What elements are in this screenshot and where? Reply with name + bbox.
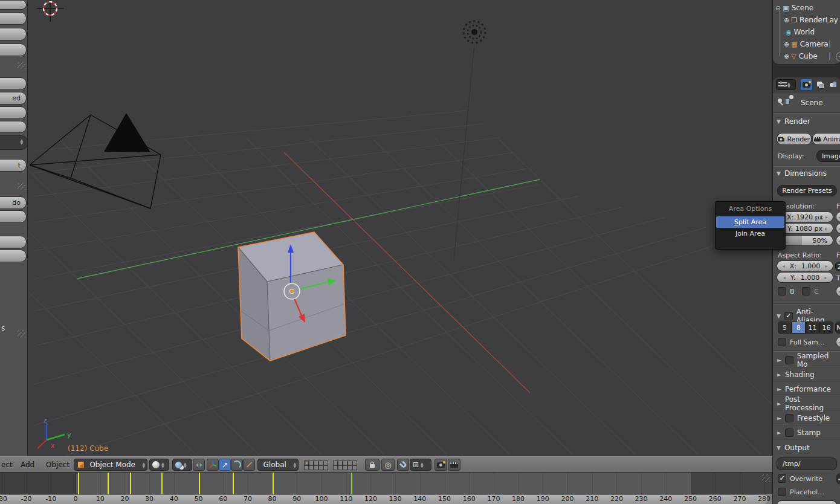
shelf-button-partial[interactable] <box>0 44 27 56</box>
manipulator-toggle-button[interactable]: ↔ <box>193 459 205 471</box>
rotate-manipulator-button[interactable] <box>231 459 243 471</box>
axis-tripod-button[interactable] <box>207 459 219 471</box>
shelf-button-partial[interactable] <box>0 77 27 90</box>
panel-header-shading[interactable]: ►Shading <box>773 367 840 382</box>
opengl-animation-button[interactable] <box>448 459 460 471</box>
layer-cell[interactable] <box>304 460 309 465</box>
panel-resize-grip[interactable] <box>18 330 25 337</box>
snap-element-dropdown[interactable]: ⊞ ▲▼ <box>410 459 431 471</box>
layer-cell[interactable] <box>318 460 323 465</box>
display-dropdown[interactable]: Image <box>816 150 840 162</box>
anti-aliasing-checkbox[interactable]: ✓ <box>784 312 793 320</box>
outliner-item-label[interactable]: World <box>794 28 815 36</box>
shelf-button-partial[interactable] <box>0 121 27 133</box>
render-presets-dropdown[interactable]: Render Presets <box>777 185 837 196</box>
area-corner-grip[interactable] <box>762 474 770 482</box>
panel-header-render[interactable]: ▼ Render <box>777 117 810 126</box>
outliner-item-label[interactable]: Scene <box>792 4 814 12</box>
menu-select-partial[interactable]: ect <box>1 460 13 469</box>
outliner-item[interactable]: ⊕▦Camera| <box>784 38 829 50</box>
output-format-partial[interactable]: ✓ <box>836 473 840 484</box>
aspect-y-field[interactable]: ◂Y:1.000▸ <box>777 272 833 283</box>
expand-toggle-icon[interactable]: ⊕ <box>784 53 789 60</box>
panel-resize-grip[interactable] <box>18 62 25 69</box>
layer-cell[interactable] <box>343 460 347 465</box>
scale-manipulator-button[interactable] <box>243 459 255 471</box>
outliner-item[interactable]: ⊖▣Scene <box>775 2 813 14</box>
border-checkbox[interactable] <box>778 287 786 296</box>
placeholder-checkbox[interactable] <box>778 488 786 496</box>
tab-scene[interactable] <box>827 79 839 91</box>
layer-cell[interactable] <box>323 460 328 465</box>
output-path-field[interactable]: /tmp/ <box>777 457 837 470</box>
overwrite-checkbox[interactable]: ✓ <box>778 474 786 483</box>
shelf-button-partial[interactable] <box>0 12 27 25</box>
aa-size-field-partial[interactable]: ◂ <box>836 337 840 347</box>
shelf-button-partial[interactable] <box>0 210 27 223</box>
panel-header-performance[interactable]: ►Performance <box>773 382 840 396</box>
layer-cell[interactable] <box>333 460 338 465</box>
panel-checkbox[interactable] <box>785 428 793 437</box>
panel-header-output[interactable]: ▼ Output <box>777 444 810 452</box>
layer-cell[interactable] <box>314 465 318 470</box>
aa-samples-11-button[interactable]: 11 <box>806 321 819 334</box>
shelf-button-partial[interactable] <box>0 0 27 10</box>
shelf-button-partial[interactable] <box>0 106 27 119</box>
layers-grid-2[interactable] <box>333 460 357 470</box>
outliner-item[interactable]: ⊕◦ <box>784 62 798 64</box>
menu-item-split-area[interactable]: Split Area <box>716 216 784 228</box>
layer-cell[interactable] <box>323 465 328 470</box>
bottom-button-partial[interactable] <box>777 500 837 504</box>
keyframe-marker[interactable] <box>108 473 109 494</box>
frame-end-field-partial[interactable]: ◂ <box>836 223 840 234</box>
lock-button[interactable] <box>365 459 380 471</box>
menu-object[interactable]: Object <box>46 460 69 469</box>
aspect-x-field[interactable]: ◂X:1.000▸ <box>777 260 833 271</box>
panel-checkbox[interactable] <box>785 414 793 422</box>
panel-header-post-processing[interactable]: ►Post Processing <box>773 396 840 411</box>
outliner-item-label[interactable]: Cube <box>799 52 818 60</box>
proportional-edit-button[interactable]: ◎ <box>381 459 395 471</box>
layer-cell[interactable] <box>333 465 338 470</box>
layer-cell[interactable] <box>352 460 357 465</box>
full-sample-checkbox[interactable] <box>778 338 786 346</box>
expand-toggle-icon[interactable]: ⊕ <box>784 40 789 48</box>
panel-header-sampled-mo[interactable]: ►Sampled Mo <box>773 353 840 367</box>
keyframe-marker[interactable] <box>199 473 200 494</box>
timeline-editor[interactable]: -30-20-100102030405060708090100110120130… <box>0 473 772 504</box>
frame-step-field-partial[interactable]: ◂ <box>836 235 840 246</box>
shelf-button-partial[interactable]: do <box>0 196 27 209</box>
shelf-button-partial[interactable]: ed <box>0 92 27 105</box>
panel-checkbox[interactable] <box>785 356 793 364</box>
fps-dropdown-partial[interactable]: 2 <box>835 262 840 271</box>
keyframe-marker[interactable] <box>161 473 163 494</box>
timeline-track[interactable] <box>0 473 772 494</box>
outliner-item-label[interactable]: Camera <box>800 40 829 48</box>
keyframe-marker[interactable] <box>273 473 274 494</box>
aa-samples-5-button[interactable]: 5 <box>778 321 792 334</box>
layer-cell[interactable] <box>318 465 323 470</box>
outliner-editor[interactable]: ⊖▣Scene⊕❐RenderLay ◉World⊕▦Camera|⊕▽Cube… <box>773 0 840 64</box>
crop-checkbox[interactable] <box>802 287 810 296</box>
panel-header-freestyle[interactable]: ►Freestyle <box>773 411 840 425</box>
time-remap-field-partial[interactable]: ◂ <box>836 286 840 297</box>
panel-header-stamp[interactable]: ►Stamp <box>773 425 840 440</box>
viewport-shading-dropdown[interactable]: ▲▼ <box>149 459 169 471</box>
pivot-dropdown[interactable]: ▲▼ <box>172 459 192 471</box>
tab-render-layers[interactable] <box>814 79 827 91</box>
layer-cell[interactable] <box>347 460 352 465</box>
layer-cell[interactable] <box>338 460 343 465</box>
timeline-scrollbar[interactable] <box>0 494 769 504</box>
outliner-item[interactable]: ⊕▽Cube| <box>784 50 818 62</box>
translate-manipulator-button[interactable]: ↗ <box>219 459 231 471</box>
mode-dropdown[interactable]: Object Mode ▲▼ <box>74 459 147 471</box>
keyframe-marker[interactable] <box>130 473 131 494</box>
expand-toggle-icon[interactable]: ⊖ <box>775 4 781 12</box>
layer-cell[interactable] <box>338 465 343 470</box>
current-frame-indicator[interactable] <box>351 473 352 494</box>
expand-toggle-icon[interactable]: ⊕ <box>784 16 789 24</box>
opengl-render-button[interactable] <box>435 459 447 471</box>
render-button[interactable]: Render <box>777 133 812 145</box>
tab-render[interactable] <box>800 79 813 91</box>
outliner-item[interactable]: ⊕❐RenderLay <box>784 14 838 26</box>
